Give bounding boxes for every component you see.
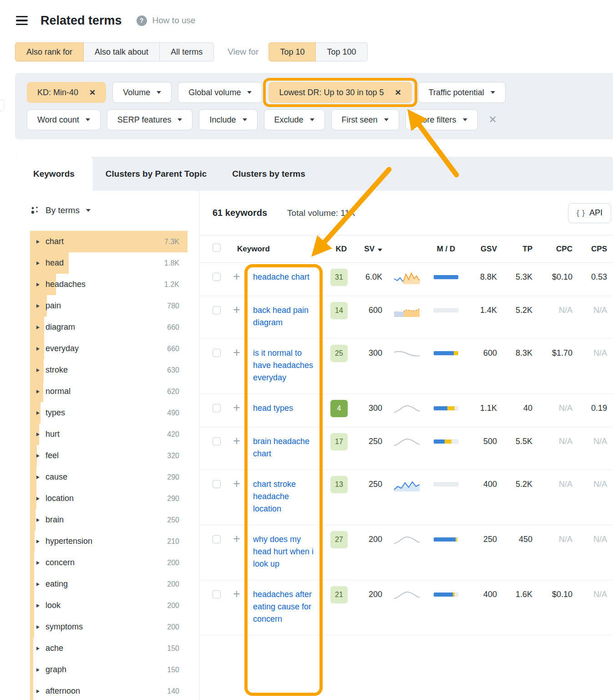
term-row-headaches[interactable]: headaches1.2K <box>30 274 187 295</box>
menu-icon[interactable] <box>16 16 28 26</box>
remove-filter-icon[interactable]: ✕ <box>395 88 401 97</box>
expand-icon[interactable] <box>36 433 40 436</box>
tab-clusters-by-terms[interactable]: Clusters by terms <box>219 157 318 191</box>
term-row-everyday[interactable]: everyday660 <box>30 338 187 359</box>
add-keyword-icon[interactable]: + <box>233 347 240 358</box>
filter-lowest-dr-up-to-30-in-top-5[interactable]: Lowest DR: Up to 30 in top 5✕ <box>269 82 411 103</box>
filter-word-count[interactable]: Word count <box>27 109 101 130</box>
row-checkbox[interactable] <box>213 404 221 412</box>
expand-icon[interactable] <box>36 454 40 458</box>
expand-icon[interactable] <box>36 411 40 415</box>
filter-first-seen[interactable]: First seen <box>331 109 399 130</box>
filter-include[interactable]: Include <box>199 109 257 130</box>
help-icon[interactable]: ? <box>137 15 147 26</box>
expand-icon[interactable] <box>36 625 40 629</box>
keyword-link[interactable]: is it normal to have headaches everyday <box>253 348 313 382</box>
term-row-stroke[interactable]: stroke630 <box>30 359 187 381</box>
term-row-afternoon[interactable]: afternoon140 <box>30 680 187 700</box>
clear-filters-icon[interactable]: ✕ <box>489 114 497 126</box>
filter-global-volume[interactable]: Global volume <box>178 82 262 103</box>
add-keyword-icon[interactable]: + <box>233 435 240 446</box>
keyword-link[interactable]: why does my head hurt when i look up <box>253 535 314 568</box>
term-row-hurt[interactable]: hurt420 <box>30 424 187 445</box>
expand-icon[interactable] <box>36 540 40 543</box>
keyword-link[interactable]: back head pain diagram <box>253 306 309 327</box>
keyword-link[interactable]: chart stroke headache location <box>253 480 296 513</box>
row-checkbox[interactable] <box>213 590 221 598</box>
filter-serp-features[interactable]: SERP features <box>107 109 193 130</box>
scope-tab-also-rank-for[interactable]: Also rank for <box>15 42 84 61</box>
term-row-graph[interactable]: graph150 <box>30 659 187 680</box>
term-row-normal[interactable]: normal620 <box>30 381 187 402</box>
term-row-location[interactable]: location290 <box>30 488 187 509</box>
term-row-eating[interactable]: eating200 <box>30 573 187 595</box>
expand-icon[interactable] <box>36 304 40 308</box>
help-label[interactable]: How to use <box>152 15 196 26</box>
term-row-types[interactable]: types490 <box>30 402 187 424</box>
expand-icon[interactable] <box>36 647 40 650</box>
row-checkbox[interactable] <box>213 535 221 543</box>
filter-traffic-potential[interactable]: Traffic potential <box>418 82 506 103</box>
term-row-pain[interactable]: pain780 <box>30 295 187 317</box>
expand-icon[interactable] <box>36 690 40 693</box>
scope-tab-also-talk-about[interactable]: Also talk about <box>83 42 160 61</box>
term-row-chart[interactable]: chart7.3K <box>30 231 187 252</box>
top-tab-top-10[interactable]: Top 10 <box>269 42 316 61</box>
row-checkbox[interactable] <box>213 306 221 314</box>
term-row-cause[interactable]: cause290 <box>30 466 187 488</box>
term-row-look[interactable]: look200 <box>30 595 187 616</box>
row-checkbox[interactable] <box>213 480 221 488</box>
term-row-feel[interactable]: feel320 <box>30 445 187 466</box>
add-keyword-icon[interactable]: + <box>233 533 240 544</box>
scope-tab-all-terms[interactable]: All terms <box>159 42 214 61</box>
term-row-hypertension[interactable]: hypertension210 <box>30 531 187 552</box>
term-row-brain[interactable]: brain250 <box>30 509 187 531</box>
term-row-ache[interactable]: ache150 <box>30 638 187 659</box>
expand-icon[interactable] <box>36 347 40 351</box>
expand-icon[interactable] <box>36 668 40 672</box>
expand-icon[interactable] <box>36 390 40 393</box>
keyword-link[interactable]: head types <box>253 404 293 413</box>
row-checkbox[interactable] <box>213 273 221 281</box>
row-checkbox[interactable] <box>213 437 221 445</box>
add-keyword-icon[interactable]: + <box>233 402 240 413</box>
add-keyword-icon[interactable]: + <box>233 478 240 489</box>
expand-icon[interactable] <box>36 283 40 286</box>
traffic-potential: 5.3K <box>501 271 536 283</box>
add-keyword-icon[interactable]: + <box>233 588 240 599</box>
expand-icon[interactable] <box>36 604 40 608</box>
keyword-link[interactable]: brain headache chart <box>253 437 309 458</box>
expand-icon[interactable] <box>36 518 40 522</box>
tab-clusters-by-parent-topic[interactable]: Clusters by Parent Topic <box>93 157 219 191</box>
expand-icon[interactable] <box>36 368 40 372</box>
term-row-head[interactable]: head1.8K <box>30 252 187 274</box>
expand-icon[interactable] <box>36 475 40 479</box>
expand-icon[interactable] <box>36 261 40 265</box>
add-keyword-icon[interactable]: + <box>233 271 240 282</box>
traffic-potential: 8.3K <box>501 347 536 359</box>
expand-icon[interactable] <box>36 326 40 329</box>
add-keyword-icon[interactable]: + <box>233 304 240 315</box>
filter-exclude[interactable]: Exclude <box>264 109 325 130</box>
keyword-link[interactable]: headache chart <box>253 272 309 281</box>
expand-icon[interactable] <box>36 240 40 244</box>
term-row-concern[interactable]: concern200 <box>30 552 187 573</box>
expand-icon[interactable] <box>36 582 40 586</box>
tab-keywords[interactable]: Keywords <box>15 157 93 191</box>
filter-more-filters[interactable]: More filters <box>405 109 478 130</box>
filter-kd-min-40[interactable]: KD: Min-40✕ <box>27 82 106 103</box>
filter-volume[interactable]: Volume <box>112 82 172 103</box>
remove-filter-icon[interactable]: ✕ <box>89 88 96 97</box>
select-all-checkbox[interactable] <box>213 244 221 252</box>
api-button[interactable]: { } API <box>568 203 611 223</box>
col-sv-sort[interactable]: SV <box>350 245 386 254</box>
keyword-link[interactable]: headaches after eating cause for concern <box>253 590 312 623</box>
group-by-control[interactable]: By terms <box>30 205 199 215</box>
term-row-symptoms[interactable]: symptoms200 <box>30 616 187 638</box>
term-row-diagram[interactable]: diagram660 <box>30 317 187 338</box>
collapsed-panel-handle[interactable] <box>0 99 4 111</box>
expand-icon[interactable] <box>36 561 40 565</box>
expand-icon[interactable] <box>36 497 40 501</box>
top-tab-top-100[interactable]: Top 100 <box>315 42 367 61</box>
row-checkbox[interactable] <box>213 349 221 357</box>
